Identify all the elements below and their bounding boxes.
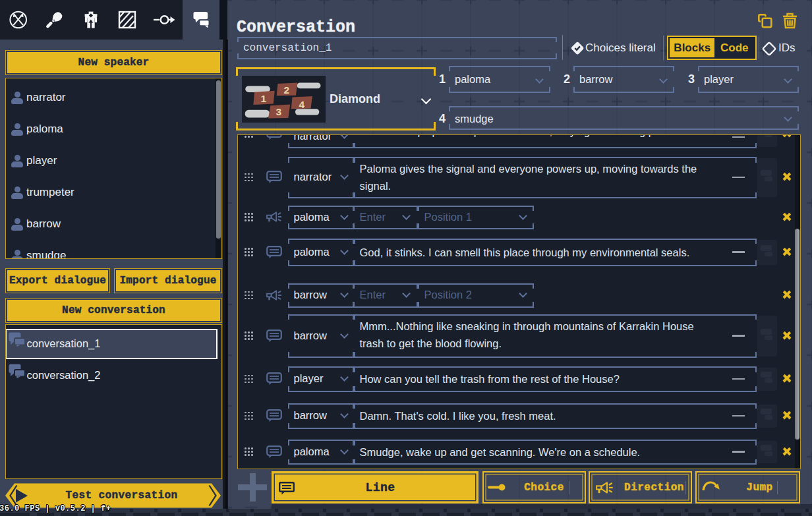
svg-text:4: 4 [299, 99, 305, 110]
svg-text:2: 2 [284, 84, 290, 96]
svg-text:1: 1 [261, 93, 267, 104]
svg-text:3: 3 [276, 106, 282, 117]
